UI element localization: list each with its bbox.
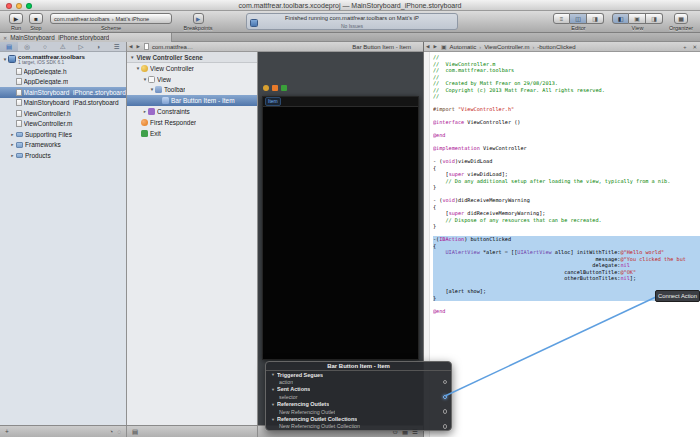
breakpoint-navigator-icon[interactable]: ◗ (90, 42, 108, 51)
hud-row-selector[interactable]: selector (266, 393, 451, 400)
close-tab-icon[interactable]: ✕ (3, 35, 7, 41)
editor-forward-icon[interactable]: ▶ (433, 44, 436, 49)
stop-button[interactable]: ■ (29, 13, 43, 24)
filter-icon[interactable]: ◌ (117, 428, 121, 435)
find-navigator-icon[interactable]: ○ (36, 42, 54, 51)
tab-mainstoryboard-iphone[interactable]: ✕ MainStoryboard_iPhone.storyboard (0, 33, 172, 42)
toggle-navigator-button[interactable]: ◧ (612, 13, 629, 24)
view-controller-dock-icon[interactable] (263, 85, 269, 91)
toggle-debug-area-button[interactable]: ▣ (629, 13, 646, 24)
breakpoints-toggle[interactable]: ▶ (193, 13, 204, 24)
tab-bar: ✕ MainStoryboard_iPhone.storyboard (0, 33, 700, 42)
chevron-icon: › (479, 44, 481, 50)
recent-files-filter-icon[interactable]: ◔ (109, 428, 113, 435)
file-icon (16, 78, 22, 85)
outline-row[interactable]: ▸Constraints (127, 106, 257, 117)
window-controls (6, 3, 32, 9)
hud-row-triggered-segues[interactable]: ▼Triggered Segues (266, 371, 451, 378)
constraints-icon (148, 108, 155, 115)
jump-symbol-segment[interactable]: -buttonClicked (537, 44, 575, 50)
first-responder-dock-icon[interactable] (272, 85, 278, 91)
minimize-window-button[interactable] (16, 3, 22, 9)
file-row[interactable]: ViewController.m (0, 119, 126, 130)
file-row[interactable]: AppDelegate.m (0, 77, 126, 88)
outline-toggle-button[interactable]: ▤ (132, 428, 138, 436)
close-window-button[interactable] (6, 3, 12, 9)
outline-row[interactable]: First Responder (127, 117, 257, 128)
file-row[interactable]: MainStoryboard_iPad.storyboard (0, 98, 126, 109)
file-row[interactable]: AppDelegate.h (0, 66, 126, 77)
connection-circle[interactable] (443, 395, 448, 400)
file-row[interactable]: ▸Supporting Files (0, 129, 126, 140)
outline-row[interactable]: ▼View (127, 74, 257, 85)
run-label: Run (11, 25, 21, 31)
organizer-button[interactable]: ▦ (674, 13, 688, 24)
hud-row-new-referencing-outlet[interactable]: New Referencing Outlet (266, 408, 451, 415)
scene-header[interactable]: ▼ View Controller Scene (127, 52, 257, 63)
symbol-navigator-icon[interactable]: ◎ (18, 42, 36, 51)
toggle-utilities-button[interactable]: ◨ (646, 13, 663, 24)
outline-row[interactable]: ▼Toolbar (127, 85, 257, 96)
stop-icon: ■ (34, 16, 38, 22)
disclosure-icon[interactable]: ▸ (9, 142, 16, 147)
connection-circle[interactable] (443, 409, 448, 414)
jump-automatic-segment[interactable]: Automatic (450, 44, 477, 50)
file-row[interactable]: MainStoryboard_iPhone.storyboard (0, 87, 126, 98)
hud-row-sent-actions[interactable]: ▼Sent Actions (266, 386, 451, 393)
version-editor-button[interactable]: ◨ (587, 13, 604, 24)
scene-toolbar[interactable]: Item (263, 97, 418, 107)
hud-row-referencing-outlet-collections[interactable]: ▼Referencing Outlet Collections (266, 415, 451, 422)
standard-editor-button[interactable]: ≡ (553, 13, 570, 24)
zoom-window-button[interactable] (26, 3, 32, 9)
add-file-button[interactable]: + (5, 428, 9, 435)
file-row[interactable]: ▸Products (0, 150, 126, 161)
status-issues: No Issues (247, 23, 457, 29)
outline-row[interactable]: Exit (127, 128, 257, 139)
assistant-editor-button[interactable]: ◫ (570, 13, 587, 24)
file-name: Products (25, 152, 51, 159)
disclosure-icon[interactable]: ▸ (9, 132, 16, 137)
scheme-selector[interactable]: com.mattfrear.toolbars › Matt's iPhone (50, 13, 172, 24)
hud-row-new-referencing-outlet-collection[interactable]: New Referencing Outlet Collection (266, 423, 451, 430)
outline-row[interactable]: ▼View Controller (127, 63, 257, 74)
folder-icon (16, 142, 23, 148)
close-assistant-button[interactable]: ✕ (692, 44, 697, 50)
file-row[interactable]: ▸Frameworks (0, 140, 126, 151)
outline-label: Exit (150, 130, 161, 137)
code-line[interactable]: @end (433, 308, 700, 315)
code-area[interactable]: //// ViewController.m// com.mattfrear.to… (433, 54, 700, 437)
view-controller-scene[interactable]: Item (262, 96, 419, 360)
related-files-icon[interactable]: ▣ (441, 43, 447, 50)
log-navigator-icon[interactable]: ☰ (108, 42, 126, 51)
bar-button-item[interactable]: Item (265, 97, 281, 106)
hud-row-label: Triggered Segues (277, 372, 323, 378)
debug-navigator-icon[interactable]: ▷ (72, 42, 90, 51)
back-icon[interactable]: ◀ (129, 44, 132, 49)
connection-circle[interactable] (443, 380, 448, 385)
jump-project-segment[interactable]: com.mattfrea… (152, 44, 193, 50)
code-line[interactable]: // Do any additional setup after loading… (433, 178, 700, 185)
disclosure-icon[interactable]: ▸ (9, 153, 16, 158)
disclosure-icon[interactable]: ▼ (130, 55, 134, 60)
hud-row-label: New Referencing Outlet (279, 409, 335, 415)
navigator-tab-bar: ▤◎○⚠▷◗☰ (0, 42, 126, 52)
connection-circle[interactable] (443, 424, 448, 429)
file-row[interactable]: ViewController.h (0, 108, 126, 119)
add-assistant-button[interactable]: + (683, 44, 686, 50)
project-navigator-icon[interactable]: ▤ (0, 42, 18, 51)
exit-dock-icon[interactable] (281, 85, 287, 91)
hud-row-action[interactable]: action (266, 378, 451, 385)
editor-back-icon[interactable]: ◀ (426, 44, 429, 49)
jump-file-segment[interactable]: ViewController.m (484, 44, 529, 50)
run-button[interactable]: ▶ (9, 13, 23, 24)
hud-row-referencing-outlets[interactable]: ▼Referencing Outlets (266, 401, 451, 408)
jump-selected-item-segment[interactable]: Bar Button Item - Item (352, 44, 411, 50)
project-name: com.mattfrear.toolbars (18, 53, 85, 60)
window-title: com.mattfrear.toolbars.xcodeproj — MainS… (0, 0, 700, 11)
issue-navigator-icon[interactable]: ⚠ (54, 42, 72, 51)
forward-icon[interactable]: ▶ (136, 44, 139, 49)
outline-row[interactable]: Bar Button Item - Item (127, 95, 257, 106)
navigator-view-icon: ◧ (618, 15, 624, 22)
project-row[interactable]: ▼ com.mattfrear.toolbars 1 target, iOS S… (0, 52, 126, 66)
outline-label: View (157, 76, 171, 83)
